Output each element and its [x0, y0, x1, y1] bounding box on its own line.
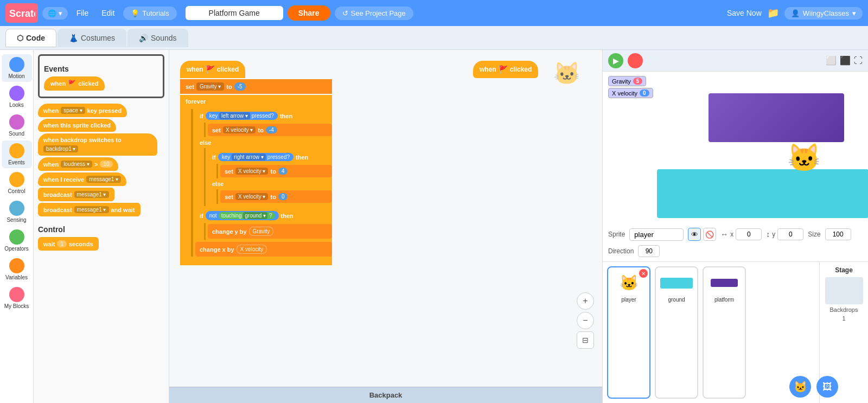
see-project-button[interactable]: ↺ See Project Page	[335, 7, 413, 20]
motion-label: Motion	[8, 73, 24, 79]
sound-label: Sound	[9, 131, 24, 137]
clicked-label: clicked	[78, 80, 98, 87]
size-label: Size	[808, 231, 820, 238]
events-box: Events when 🚩 clicked	[38, 54, 164, 98]
control-dot	[9, 172, 24, 187]
operators-dot	[9, 229, 24, 245]
xvelocity-var-value: 0	[640, 89, 649, 97]
sprite-name-ground: ground	[668, 297, 685, 303]
sidebar-item-sound[interactable]: Sound	[2, 112, 32, 139]
show-icons: 👁 🚫	[688, 228, 716, 241]
variables-label: Variables	[5, 274, 28, 280]
when-backdrop-switches-block[interactable]: when backdrop switches to backdrop1 ▾	[38, 133, 157, 156]
sidebar-item-sensing[interactable]: Sensing	[2, 198, 32, 226]
topbar: Scratch 🌐 ▾ File Edit 💡 Tutorials Share …	[0, 0, 868, 26]
sidebar: Motion Looks Sound Events Control Sensin…	[0, 50, 34, 403]
when-sprite-clicked-block[interactable]: when this sprite clicked	[38, 119, 116, 132]
sprite-tile-player[interactable]: ✕ 🐱 player	[607, 266, 650, 399]
variables-dot	[9, 258, 24, 273]
sidebar-item-motion[interactable]: Motion	[2, 54, 32, 82]
stage-mini-thumb[interactable]	[825, 277, 863, 304]
stage-canvas: 🐱 Gravity 5 X velocity 0	[603, 72, 868, 223]
sidebar-item-operators[interactable]: Operators	[2, 227, 32, 254]
costumes-tab-icon: 👗	[69, 34, 78, 42]
events-category-header: Events	[44, 65, 158, 73]
stage-header: ▶ ⬜ ⬛ ⛶	[603, 50, 868, 72]
script-forever-block[interactable]: forever if key left arrow ▾ pressed? the…	[180, 95, 332, 265]
backdrops-label: Backdrops	[830, 306, 858, 313]
script-area[interactable]: when 🚩 clicked set Gravity ▾ to -5 forev…	[169, 50, 602, 403]
project-name-input[interactable]	[186, 6, 283, 20]
events-dot	[9, 143, 24, 158]
if-not-touching-block: if not touching ground ▾ ? then	[195, 208, 332, 240]
change-y-gravity-block[interactable]: change y by Gravity	[208, 224, 332, 239]
fullscreen-button[interactable]: ⛶	[854, 55, 863, 66]
set-xvel-neg4-block[interactable]: set X velocity ▾ to -4	[208, 124, 332, 136]
show-hidden-button[interactable]: 🚫	[703, 228, 716, 241]
x-coord-input[interactable]	[736, 228, 762, 240]
broadcast-wait-block[interactable]: broadcast message1 ▾ and wait	[38, 203, 141, 216]
set-xvel-0-block[interactable]: set X velocity ▾ to 0	[220, 190, 332, 203]
y-coord-input[interactable]	[777, 228, 803, 240]
small-stage-button[interactable]: ⬜	[826, 55, 837, 66]
green-flag-button[interactable]: ▶	[608, 53, 623, 68]
edit-menu[interactable]: Edit	[97, 9, 119, 17]
direction-label: Direction	[608, 247, 634, 255]
direction-input[interactable]	[638, 245, 660, 257]
tab-sounds[interactable]: 🔊 Sounds	[127, 29, 188, 47]
when-loudness-block[interactable]: when loudness ▾ > 10	[38, 157, 118, 171]
add-backdrop-button[interactable]: 🖼	[816, 376, 838, 398]
flag-icon: ▶	[613, 56, 619, 65]
when-key-pressed-block[interactable]: when space ▾ key pressed	[38, 104, 127, 117]
control-category-header: Control	[38, 225, 164, 234]
zoom-reset-button[interactable]: ⊟	[577, 331, 594, 349]
sprite-name-platform: platform	[714, 297, 734, 303]
normal-stage-button[interactable]: ⬛	[840, 55, 851, 66]
wait-block[interactable]: wait 1 seconds	[38, 237, 99, 251]
motion-dot	[9, 57, 24, 72]
set-xvel-4-block[interactable]: set X velocity ▾ to 4	[220, 165, 332, 177]
broadcast-block[interactable]: broadcast message1 ▾	[38, 188, 114, 201]
operators-label: Operators	[4, 246, 28, 252]
sprite-tile-platform[interactable]: platform	[703, 266, 746, 399]
sprite-info: Sprite 👁 🚫 ↔ x ↕ y Size Direction	[603, 223, 868, 262]
backpack-bar[interactable]: Backpack	[169, 387, 602, 403]
sidebar-item-events[interactable]: Events	[2, 140, 32, 168]
y-coord-icon: ↕	[766, 230, 770, 239]
add-sprite-button[interactable]: 🐱	[789, 376, 811, 398]
tab-code[interactable]: ⬡ Code	[5, 29, 56, 47]
zoom-out-button[interactable]: −	[577, 312, 594, 329]
show-visible-button[interactable]: 👁	[688, 228, 701, 241]
sidebar-item-variables[interactable]: Variables	[2, 255, 32, 283]
sprite-name-input[interactable]	[629, 228, 684, 241]
script-flag-icon: 🚩	[206, 65, 215, 74]
scratch-logo[interactable]: Scratch	[5, 3, 38, 23]
save-now-button[interactable]: Save Now	[727, 9, 762, 17]
control-label: Control	[8, 188, 25, 194]
zoom-in-button[interactable]: +	[577, 292, 594, 310]
script-hat-flag2[interactable]: when 🚩 clicked	[473, 61, 538, 78]
myblocks-dot	[9, 287, 24, 302]
when-flag-clicked-block[interactable]: when 🚩 clicked	[44, 76, 105, 91]
stop-button[interactable]	[628, 53, 643, 68]
share-button[interactable]: Share	[288, 5, 330, 21]
sound-dot	[9, 114, 24, 130]
tutorials-button[interactable]: 💡 Tutorials	[123, 7, 176, 20]
sprite-delete-player[interactable]: ✕	[639, 269, 648, 278]
user-badge[interactable]: 👤 WiingyClasses ▾	[784, 7, 863, 20]
script-hat-flag[interactable]: when 🚩 clicked	[180, 61, 245, 78]
events-label: Events	[8, 159, 25, 165]
script-set-gravity-block[interactable]: set Gravity ▾ to -5	[180, 79, 332, 94]
sprite-tile-ground[interactable]: ground	[655, 266, 698, 399]
file-menu[interactable]: File	[72, 9, 93, 17]
folder-icon[interactable]: 📁	[767, 7, 779, 19]
globe-button[interactable]: 🌐 ▾	[42, 7, 68, 20]
tab-costumes[interactable]: 👗 Costumes	[58, 29, 126, 47]
when-receive-block[interactable]: when I receive message1 ▾	[38, 172, 126, 186]
sidebar-item-control[interactable]: Control	[2, 169, 32, 197]
change-x-xvel-block[interactable]: change x by X velocity	[195, 242, 332, 257]
sidebar-item-looks[interactable]: Looks	[2, 83, 32, 111]
stage-purple-rect	[709, 93, 844, 142]
size-input[interactable]	[825, 228, 851, 240]
sidebar-item-myblocks[interactable]: My Blocks	[2, 284, 32, 312]
